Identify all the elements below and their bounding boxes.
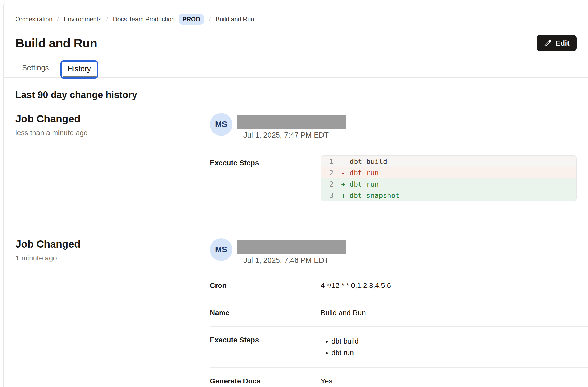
diff-line-text: + dbt snapshot bbox=[341, 191, 400, 199]
entry-relative-time: 1 minute ago bbox=[15, 254, 210, 262]
pencil-icon bbox=[544, 39, 552, 47]
author-row: MS Jul 1, 2025, 7:47 PM EDT bbox=[210, 113, 577, 139]
diff-line-number: 1 bbox=[329, 158, 341, 166]
diff-line-number: 2 bbox=[329, 169, 341, 177]
avatar: MS bbox=[210, 238, 232, 261]
main-panel: Orchestration / Environments / Docs Team… bbox=[3, 3, 588, 387]
tab-settings[interactable]: Settings bbox=[15, 60, 56, 77]
diff-line-context: 1 dbt build bbox=[321, 156, 576, 167]
detail-value: Yes bbox=[321, 376, 588, 386]
execute-steps-list: dbt build dbt run bbox=[321, 335, 588, 359]
author-info: Jul 1, 2025, 7:46 PM EDT bbox=[237, 238, 346, 265]
redacted-username bbox=[237, 115, 346, 129]
entry-timestamp: Jul 1, 2025, 7:47 PM EDT bbox=[243, 131, 346, 139]
change-details: Cron 4 */12 * * 0,1,2,3,4,5,6 Name Build… bbox=[210, 272, 588, 387]
diff-line-number: 2 bbox=[329, 180, 341, 188]
edit-button-label: Edit bbox=[555, 39, 570, 47]
execute-step-item: dbt build bbox=[331, 335, 588, 347]
entry-meta: Job Changed less than a minute ago bbox=[15, 113, 210, 201]
diff-line-added: 3 + dbt snapshot bbox=[321, 190, 576, 201]
field-label: Execute Steps bbox=[210, 155, 321, 201]
breadcrumb-current-page: Build and Run bbox=[215, 16, 254, 23]
entry-body: MS Jul 1, 2025, 7:46 PM EDT Cron 4 */12 … bbox=[210, 238, 577, 387]
diff-line-text: dbt build bbox=[341, 158, 387, 166]
execute-step-item: dbt run bbox=[331, 347, 588, 359]
entry-title: Job Changed bbox=[15, 238, 210, 250]
detail-value: 4 */12 * * 0,1,2,3,4,5,6 bbox=[321, 281, 588, 290]
detail-row-execute-steps: Execute Steps dbt build dbt run bbox=[210, 327, 588, 368]
detail-row-generate-docs: Generate Docs Yes bbox=[210, 368, 588, 387]
breadcrumb-separator: / bbox=[209, 16, 211, 23]
section-heading: Last 90 day change history bbox=[15, 90, 577, 100]
detail-label: Execute Steps bbox=[210, 335, 321, 359]
diff-line-removed: 2 - dbt run bbox=[321, 167, 576, 178]
detail-value: Build and Run bbox=[321, 308, 588, 317]
entry-title: Job Changed bbox=[15, 113, 210, 125]
breadcrumb-environments[interactable]: Environments bbox=[64, 16, 102, 23]
history-entry: Job Changed less than a minute ago MS Ju… bbox=[15, 100, 577, 201]
diff-line-number: 3 bbox=[329, 191, 341, 199]
diff-line-added: 2 + dbt run bbox=[321, 178, 576, 190]
avatar: MS bbox=[210, 113, 232, 136]
breadcrumb-separator: / bbox=[106, 16, 108, 23]
history-entry: Job Changed 1 minute ago MS Jul 1, 2025,… bbox=[15, 222, 577, 387]
page-title: Build and Run bbox=[15, 36, 97, 50]
entry-body: MS Jul 1, 2025, 7:47 PM EDT Execute Step… bbox=[210, 113, 577, 201]
diff-line-text: + dbt run bbox=[341, 180, 379, 188]
detail-label: Name bbox=[210, 308, 321, 317]
breadcrumb-separator: / bbox=[57, 16, 59, 23]
tab-bar: Settings History bbox=[3, 60, 588, 78]
entry-relative-time: less than a minute ago bbox=[15, 129, 210, 137]
execute-steps-diff: 1 dbt build 2 - dbt run 2 + dbt run 3 + … bbox=[321, 155, 577, 201]
author-row: MS Jul 1, 2025, 7:46 PM EDT bbox=[210, 238, 577, 265]
edit-button[interactable]: Edit bbox=[537, 35, 577, 51]
entry-meta: Job Changed 1 minute ago bbox=[15, 238, 210, 387]
changed-field-row: Execute Steps 1 dbt build 2 - dbt run 2 … bbox=[210, 155, 577, 201]
title-row: Build and Run Edit bbox=[15, 35, 577, 51]
diff-line-text: - dbt run bbox=[341, 169, 379, 177]
breadcrumb: Orchestration / Environments / Docs Team… bbox=[15, 14, 577, 25]
author-info: Jul 1, 2025, 7:47 PM EDT bbox=[237, 113, 346, 139]
redacted-username bbox=[237, 240, 346, 254]
breadcrumb-environment-name[interactable]: Docs Team Production bbox=[113, 16, 175, 23]
prod-badge: PROD bbox=[179, 14, 204, 25]
detail-label: Cron bbox=[210, 281, 321, 290]
detail-row-name: Name Build and Run bbox=[210, 299, 588, 327]
breadcrumb-orchestration[interactable]: Orchestration bbox=[15, 16, 52, 23]
detail-row-cron: Cron 4 */12 * * 0,1,2,3,4,5,6 bbox=[210, 272, 588, 299]
tab-history[interactable]: History bbox=[60, 60, 98, 79]
detail-label: Generate Docs bbox=[210, 376, 321, 386]
entry-timestamp: Jul 1, 2025, 7:46 PM EDT bbox=[243, 256, 346, 265]
